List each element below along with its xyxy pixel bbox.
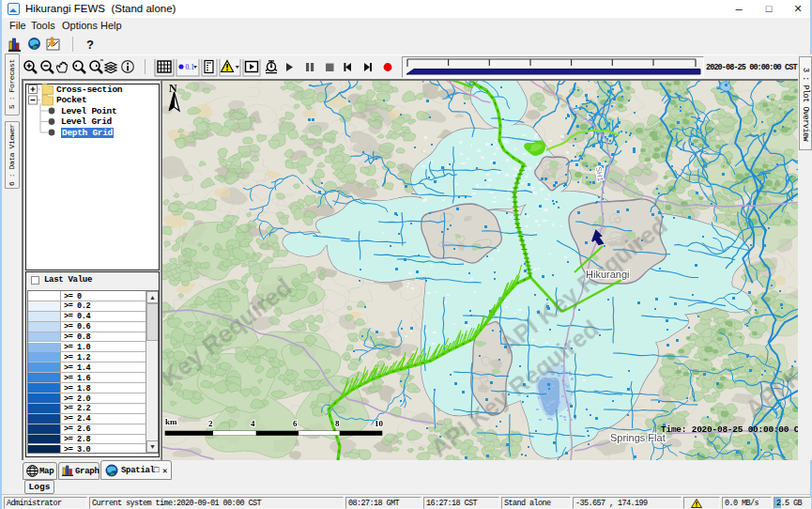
svg-text:km: km (165, 417, 177, 426)
svg-text:?: ? (86, 38, 94, 52)
svg-text:Springs Flat: Springs Flat (610, 432, 666, 443)
svg-text:0.1: 0.1 (186, 63, 195, 71)
svg-text:Time: 2020-08-25 00:00:00 CST: Time: 2020-08-25 00:00:00 CST (661, 424, 798, 435)
svg-text:N: N (169, 82, 177, 95)
svg-text:10: 10 (375, 419, 384, 428)
svg-text:2: 2 (208, 419, 213, 428)
svg-text:Hikurangi: Hikurangi (586, 269, 629, 280)
svg-text:6: 6 (293, 419, 298, 428)
svg-text:8: 8 (335, 419, 340, 428)
svg-text:4: 4 (251, 419, 255, 428)
